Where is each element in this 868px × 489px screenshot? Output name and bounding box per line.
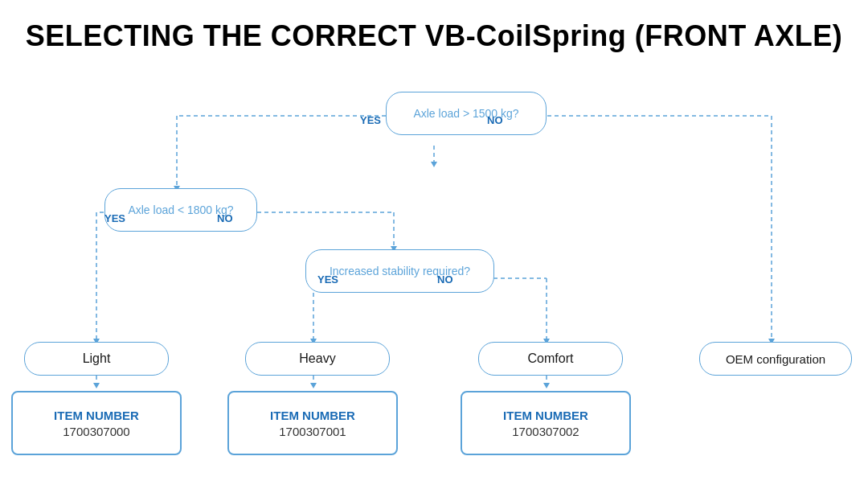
item3-label: ITEM NUMBER <box>503 409 588 423</box>
result-box-oem: OEM configuration <box>699 342 852 376</box>
decision3-no-label: NO <box>437 273 453 286</box>
decision2-yes-label: YES <box>104 212 125 224</box>
diagram-area: Axle load > 1500 kg? YES NO Axle load < … <box>0 69 868 479</box>
page-container: SELECTING THE CORRECT VB-CoilSpring (FRO… <box>0 0 868 479</box>
decision2-no-label: NO <box>217 212 233 224</box>
page-title: SELECTING THE CORRECT VB-CoilSpring (FRO… <box>0 0 868 61</box>
decision-box-1: Axle load > 1500 kg? <box>386 92 547 135</box>
svg-marker-23 <box>310 383 317 388</box>
result-box-heavy: Heavy <box>245 342 390 376</box>
item-box-2: ITEM NUMBER 1700307001 <box>227 391 398 455</box>
decision1-no-label: NO <box>487 114 503 126</box>
svg-marker-25 <box>543 383 550 388</box>
item1-number: 1700307000 <box>63 425 129 438</box>
decision1-yes-label: YES <box>360 114 381 126</box>
item2-number: 1700307001 <box>279 425 346 438</box>
item-box-1: ITEM NUMBER 1700307000 <box>11 391 182 455</box>
svg-marker-21 <box>93 383 100 388</box>
decision3-yes-label: YES <box>317 273 338 286</box>
item-box-3: ITEM NUMBER 1700307002 <box>461 391 631 455</box>
item3-number: 1700307002 <box>512 425 579 438</box>
result-box-light: Light <box>24 342 169 376</box>
result-box-comfort: Comfort <box>478 342 623 376</box>
item1-label: ITEM NUMBER <box>54 409 139 423</box>
decision-box-3: Increased stability required? <box>305 249 494 293</box>
svg-marker-1 <box>431 162 437 167</box>
decision-box-2: Axle load < 1800 kg? <box>104 188 257 232</box>
item2-label: ITEM NUMBER <box>270 409 355 423</box>
